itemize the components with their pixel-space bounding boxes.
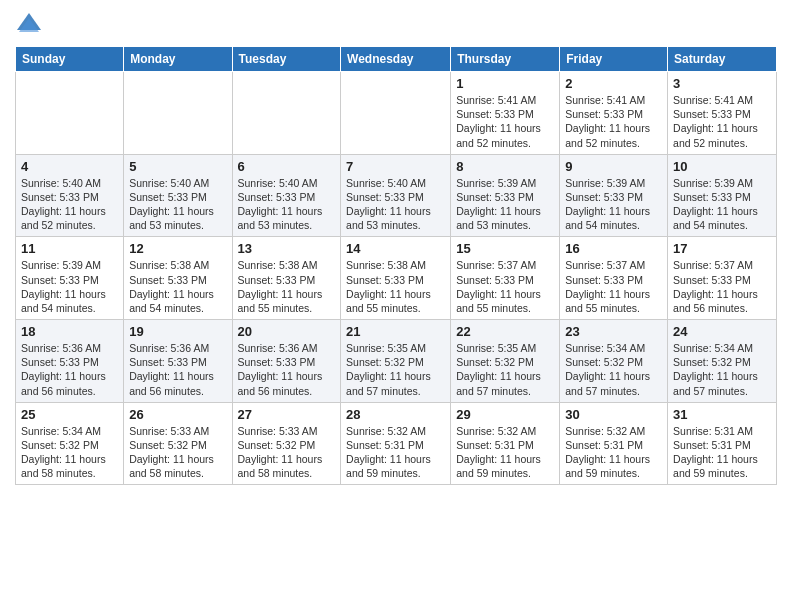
day-info: Sunrise: 5:32 AM Sunset: 5:31 PM Dayligh… (346, 424, 445, 481)
day-number: 16 (565, 241, 662, 256)
weekday-header-row: SundayMondayTuesdayWednesdayThursdayFrid… (16, 47, 777, 72)
calendar-cell: 20Sunrise: 5:36 AM Sunset: 5:33 PM Dayli… (232, 320, 341, 403)
calendar-cell: 11Sunrise: 5:39 AM Sunset: 5:33 PM Dayli… (16, 237, 124, 320)
day-info: Sunrise: 5:32 AM Sunset: 5:31 PM Dayligh… (456, 424, 554, 481)
day-number: 19 (129, 324, 226, 339)
calendar-cell: 25Sunrise: 5:34 AM Sunset: 5:32 PM Dayli… (16, 402, 124, 485)
weekday-header-monday: Monday (124, 47, 232, 72)
day-info: Sunrise: 5:34 AM Sunset: 5:32 PM Dayligh… (673, 341, 771, 398)
calendar-cell: 3Sunrise: 5:41 AM Sunset: 5:33 PM Daylig… (668, 72, 777, 155)
calendar-cell: 7Sunrise: 5:40 AM Sunset: 5:33 PM Daylig… (341, 154, 451, 237)
day-info: Sunrise: 5:39 AM Sunset: 5:33 PM Dayligh… (673, 176, 771, 233)
day-number: 1 (456, 76, 554, 91)
day-info: Sunrise: 5:41 AM Sunset: 5:33 PM Dayligh… (673, 93, 771, 150)
day-info: Sunrise: 5:33 AM Sunset: 5:32 PM Dayligh… (129, 424, 226, 481)
day-info: Sunrise: 5:36 AM Sunset: 5:33 PM Dayligh… (238, 341, 336, 398)
day-number: 31 (673, 407, 771, 422)
calendar-week-row-1: 1Sunrise: 5:41 AM Sunset: 5:33 PM Daylig… (16, 72, 777, 155)
day-info: Sunrise: 5:32 AM Sunset: 5:31 PM Dayligh… (565, 424, 662, 481)
day-info: Sunrise: 5:38 AM Sunset: 5:33 PM Dayligh… (346, 258, 445, 315)
day-number: 9 (565, 159, 662, 174)
day-info: Sunrise: 5:39 AM Sunset: 5:33 PM Dayligh… (456, 176, 554, 233)
day-info: Sunrise: 5:33 AM Sunset: 5:32 PM Dayligh… (238, 424, 336, 481)
calendar-cell: 26Sunrise: 5:33 AM Sunset: 5:32 PM Dayli… (124, 402, 232, 485)
day-number: 29 (456, 407, 554, 422)
calendar-week-row-3: 11Sunrise: 5:39 AM Sunset: 5:33 PM Dayli… (16, 237, 777, 320)
day-number: 27 (238, 407, 336, 422)
calendar-cell: 2Sunrise: 5:41 AM Sunset: 5:33 PM Daylig… (560, 72, 668, 155)
day-number: 26 (129, 407, 226, 422)
logo-icon (15, 10, 43, 38)
calendar-cell: 31Sunrise: 5:31 AM Sunset: 5:31 PM Dayli… (668, 402, 777, 485)
day-info: Sunrise: 5:37 AM Sunset: 5:33 PM Dayligh… (456, 258, 554, 315)
day-info: Sunrise: 5:38 AM Sunset: 5:33 PM Dayligh… (129, 258, 226, 315)
calendar-cell: 9Sunrise: 5:39 AM Sunset: 5:33 PM Daylig… (560, 154, 668, 237)
day-info: Sunrise: 5:39 AM Sunset: 5:33 PM Dayligh… (565, 176, 662, 233)
calendar-week-row-5: 25Sunrise: 5:34 AM Sunset: 5:32 PM Dayli… (16, 402, 777, 485)
day-info: Sunrise: 5:36 AM Sunset: 5:33 PM Dayligh… (21, 341, 118, 398)
calendar-cell: 4Sunrise: 5:40 AM Sunset: 5:33 PM Daylig… (16, 154, 124, 237)
day-info: Sunrise: 5:40 AM Sunset: 5:33 PM Dayligh… (346, 176, 445, 233)
day-number: 18 (21, 324, 118, 339)
day-number: 4 (21, 159, 118, 174)
calendar-week-row-2: 4Sunrise: 5:40 AM Sunset: 5:33 PM Daylig… (16, 154, 777, 237)
day-number: 6 (238, 159, 336, 174)
weekday-header-sunday: Sunday (16, 47, 124, 72)
day-number: 11 (21, 241, 118, 256)
calendar-cell: 24Sunrise: 5:34 AM Sunset: 5:32 PM Dayli… (668, 320, 777, 403)
calendar-cell: 1Sunrise: 5:41 AM Sunset: 5:33 PM Daylig… (451, 72, 560, 155)
day-info: Sunrise: 5:34 AM Sunset: 5:32 PM Dayligh… (21, 424, 118, 481)
calendar-week-row-4: 18Sunrise: 5:36 AM Sunset: 5:33 PM Dayli… (16, 320, 777, 403)
day-info: Sunrise: 5:31 AM Sunset: 5:31 PM Dayligh… (673, 424, 771, 481)
day-number: 25 (21, 407, 118, 422)
calendar-cell: 14Sunrise: 5:38 AM Sunset: 5:33 PM Dayli… (341, 237, 451, 320)
weekday-header-tuesday: Tuesday (232, 47, 341, 72)
calendar-cell (16, 72, 124, 155)
calendar-cell: 23Sunrise: 5:34 AM Sunset: 5:32 PM Dayli… (560, 320, 668, 403)
day-number: 13 (238, 241, 336, 256)
day-number: 10 (673, 159, 771, 174)
calendar-cell: 18Sunrise: 5:36 AM Sunset: 5:33 PM Dayli… (16, 320, 124, 403)
calendar-cell: 6Sunrise: 5:40 AM Sunset: 5:33 PM Daylig… (232, 154, 341, 237)
day-number: 20 (238, 324, 336, 339)
day-number: 3 (673, 76, 771, 91)
day-number: 23 (565, 324, 662, 339)
day-number: 7 (346, 159, 445, 174)
logo (15, 10, 47, 38)
calendar-cell: 30Sunrise: 5:32 AM Sunset: 5:31 PM Dayli… (560, 402, 668, 485)
day-info: Sunrise: 5:37 AM Sunset: 5:33 PM Dayligh… (565, 258, 662, 315)
day-info: Sunrise: 5:41 AM Sunset: 5:33 PM Dayligh… (565, 93, 662, 150)
day-info: Sunrise: 5:36 AM Sunset: 5:33 PM Dayligh… (129, 341, 226, 398)
day-number: 30 (565, 407, 662, 422)
day-info: Sunrise: 5:40 AM Sunset: 5:33 PM Dayligh… (238, 176, 336, 233)
calendar-cell (124, 72, 232, 155)
weekday-header-saturday: Saturday (668, 47, 777, 72)
day-info: Sunrise: 5:40 AM Sunset: 5:33 PM Dayligh… (129, 176, 226, 233)
weekday-header-friday: Friday (560, 47, 668, 72)
calendar-cell: 5Sunrise: 5:40 AM Sunset: 5:33 PM Daylig… (124, 154, 232, 237)
day-number: 24 (673, 324, 771, 339)
header (15, 10, 777, 38)
day-number: 5 (129, 159, 226, 174)
day-info: Sunrise: 5:35 AM Sunset: 5:32 PM Dayligh… (456, 341, 554, 398)
weekday-header-wednesday: Wednesday (341, 47, 451, 72)
calendar-cell: 21Sunrise: 5:35 AM Sunset: 5:32 PM Dayli… (341, 320, 451, 403)
calendar-cell: 8Sunrise: 5:39 AM Sunset: 5:33 PM Daylig… (451, 154, 560, 237)
calendar-cell: 28Sunrise: 5:32 AM Sunset: 5:31 PM Dayli… (341, 402, 451, 485)
calendar-cell: 29Sunrise: 5:32 AM Sunset: 5:31 PM Dayli… (451, 402, 560, 485)
calendar-cell: 13Sunrise: 5:38 AM Sunset: 5:33 PM Dayli… (232, 237, 341, 320)
day-number: 22 (456, 324, 554, 339)
page-container: SundayMondayTuesdayWednesdayThursdayFrid… (0, 0, 792, 495)
day-number: 21 (346, 324, 445, 339)
day-number: 17 (673, 241, 771, 256)
calendar-cell: 22Sunrise: 5:35 AM Sunset: 5:32 PM Dayli… (451, 320, 560, 403)
calendar-cell: 16Sunrise: 5:37 AM Sunset: 5:33 PM Dayli… (560, 237, 668, 320)
calendar-cell: 12Sunrise: 5:38 AM Sunset: 5:33 PM Dayli… (124, 237, 232, 320)
calendar-cell: 15Sunrise: 5:37 AM Sunset: 5:33 PM Dayli… (451, 237, 560, 320)
calendar-cell: 10Sunrise: 5:39 AM Sunset: 5:33 PM Dayli… (668, 154, 777, 237)
day-info: Sunrise: 5:39 AM Sunset: 5:33 PM Dayligh… (21, 258, 118, 315)
day-info: Sunrise: 5:35 AM Sunset: 5:32 PM Dayligh… (346, 341, 445, 398)
day-info: Sunrise: 5:38 AM Sunset: 5:33 PM Dayligh… (238, 258, 336, 315)
day-info: Sunrise: 5:40 AM Sunset: 5:33 PM Dayligh… (21, 176, 118, 233)
calendar-table: SundayMondayTuesdayWednesdayThursdayFrid… (15, 46, 777, 485)
